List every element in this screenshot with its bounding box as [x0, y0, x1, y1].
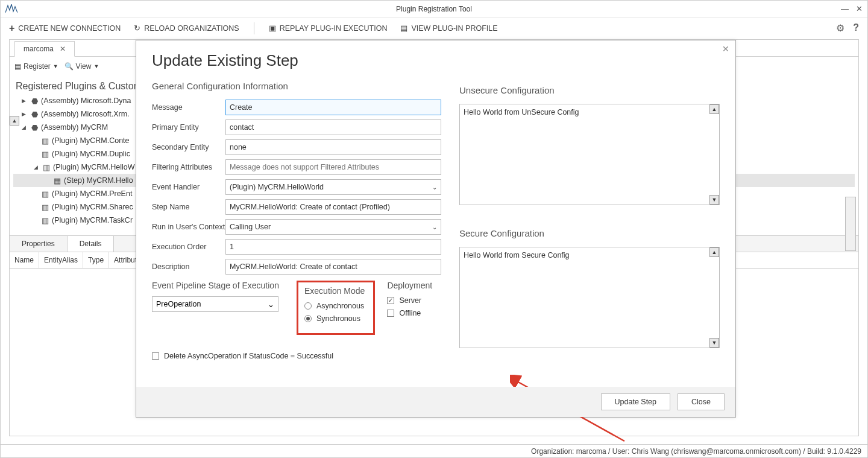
- register-icon: ▤: [14, 62, 21, 71]
- primary-entity-label: Primary Entity: [152, 123, 225, 132]
- replay-execution-button[interactable]: ▣ REPLAY PLUG-IN EXECUTION: [269, 24, 388, 33]
- chevron-down-icon: ⌄: [432, 224, 437, 231]
- radio-icon: [304, 302, 312, 310]
- description-input[interactable]: [225, 259, 441, 275]
- deployment-heading: Deployment: [387, 281, 432, 290]
- update-step-dialog: ✕ Update Existing Step General Configura…: [136, 40, 736, 418]
- reload-organizations-button[interactable]: ↻ RELOAD ORGANIZATIONS: [134, 24, 239, 33]
- radio-selected-icon: [304, 315, 312, 322]
- main-toolbar: + CREATE NEW CONNECTION ↻ RELOAD ORGANIZ…: [1, 17, 867, 39]
- plus-icon: +: [9, 23, 14, 34]
- plugin-icon: ▥: [41, 189, 49, 198]
- tab-properties[interactable]: Properties: [10, 236, 68, 252]
- view-dropdown[interactable]: 🔍 View ▼: [64, 62, 99, 71]
- help-icon[interactable]: ?: [853, 22, 859, 34]
- step-name-input[interactable]: [225, 199, 441, 215]
- message-input[interactable]: [225, 100, 441, 115]
- update-step-button[interactable]: Update Step: [601, 393, 671, 410]
- expanded-icon: ◢: [22, 124, 28, 130]
- unsecure-config-heading: Unsecure Configuration: [459, 85, 720, 95]
- chevron-down-icon: ⌄: [432, 184, 437, 191]
- gear-icon[interactable]: ⚙: [836, 22, 844, 34]
- register-dropdown[interactable]: ▤ Register ▼: [14, 62, 58, 71]
- primary-entity-input[interactable]: [225, 119, 441, 135]
- tab-label: marcoma: [24, 45, 54, 53]
- assembly-icon: ⬣: [30, 123, 39, 132]
- event-handler-select[interactable]: (Plugin) MyCRM.HelloWorld⌄: [225, 179, 441, 195]
- chevron-down-icon: ⌄: [268, 300, 274, 309]
- checkbox-icon: [152, 352, 159, 360]
- secure-config-textarea[interactable]: Hello World from Secure Config ▲ ▼: [459, 247, 720, 348]
- step-name-label: Step Name: [152, 203, 225, 211]
- message-label: Message: [152, 103, 225, 112]
- separator: [254, 22, 254, 34]
- reload-icon: ↻: [134, 24, 140, 33]
- org-tab[interactable]: marcoma ✕: [14, 41, 75, 57]
- col-name[interactable]: Name: [10, 252, 39, 268]
- play-icon: ▣: [269, 24, 276, 33]
- close-button[interactable]: Close: [678, 393, 725, 410]
- assembly-icon: ⬣: [30, 110, 39, 118]
- dialog-close-icon[interactable]: ✕: [722, 44, 729, 54]
- plugin-icon: ▥: [42, 163, 51, 171]
- expanded-icon: ◢: [34, 164, 40, 170]
- filtering-attributes-label: Filtering Attributes: [152, 163, 225, 171]
- tab-details[interactable]: Details: [68, 236, 115, 252]
- plugin-icon: ▥: [41, 150, 49, 158]
- secure-config-heading: Secure Configuration: [459, 228, 720, 238]
- execution-mode-heading: Execution Mode: [304, 286, 365, 296]
- execution-order-input[interactable]: [225, 239, 441, 255]
- sync-radio-row[interactable]: Synchronous: [304, 314, 365, 323]
- step-icon: ▦: [53, 176, 61, 185]
- execution-order-label: Execution Order: [152, 243, 225, 251]
- app-logo-icon: [5, 4, 17, 14]
- tab-close-icon[interactable]: ✕: [60, 45, 66, 53]
- col-entityalias[interactable]: EntityAlias: [39, 252, 83, 268]
- status-text: Organization: marcoma / User: Chris Wang…: [531, 447, 861, 456]
- view-icon: 🔍: [64, 62, 74, 71]
- event-handler-label: Event Handler: [152, 183, 225, 191]
- delete-asyncop-row[interactable]: Delete AsyncOperation if StatusCode = Su…: [152, 352, 441, 360]
- scrollbar[interactable]: [845, 197, 856, 251]
- window-title: Plugin Registration Tool: [396, 5, 472, 13]
- execution-mode-highlight: Execution Mode Asynchronous Synchronous: [297, 281, 375, 335]
- minimize-icon[interactable]: —: [841, 4, 849, 13]
- scroll-up-icon[interactable]: ▲: [709, 104, 719, 114]
- pipeline-stage-heading: Event Pipeline Stage of Execution: [152, 281, 285, 290]
- unsecure-config-textarea[interactable]: Hello World from UnSecure Config ▲ ▼: [459, 104, 720, 205]
- titlebar: Plugin Registration Tool — ✕: [1, 1, 867, 17]
- statusbar: Organization: marcoma / User: Chris Wang…: [1, 444, 867, 457]
- server-checkbox-row[interactable]: ✓Server: [387, 296, 432, 305]
- general-config-heading: General Configuration Information: [152, 81, 441, 91]
- checkbox-icon: [387, 310, 394, 317]
- collapsed-icon: ▶: [22, 98, 28, 104]
- scroll-up-icon[interactable]: ▲: [10, 116, 19, 126]
- dialog-title: Update Existing Step: [152, 51, 441, 70]
- collapsed-icon: ▶: [22, 111, 28, 117]
- create-connection-button[interactable]: + CREATE NEW CONNECTION: [9, 23, 121, 34]
- profile-icon: ▤: [400, 24, 407, 33]
- user-context-label: Run in User's Context: [152, 223, 225, 231]
- dialog-footer: Update Step Close: [136, 387, 735, 417]
- scroll-down-icon[interactable]: ▼: [709, 195, 719, 205]
- col-type[interactable]: Type: [83, 252, 109, 268]
- close-icon[interactable]: ✕: [856, 4, 863, 13]
- secondary-entity-label: Secondary Entity: [152, 143, 225, 151]
- user-context-select[interactable]: Calling User⌄: [225, 219, 441, 235]
- view-profile-button[interactable]: ▤ VIEW PLUG-IN PROFILE: [400, 24, 497, 33]
- description-label: Description: [152, 262, 225, 271]
- chevron-down-icon: ▼: [93, 63, 99, 69]
- pipeline-stage-select[interactable]: PreOperation⌄: [152, 296, 278, 312]
- checkbox-checked-icon: ✓: [387, 297, 394, 304]
- plugin-icon: ▥: [41, 136, 49, 145]
- chevron-down-icon: ▼: [53, 63, 58, 69]
- assembly-icon: ⬣: [30, 97, 39, 105]
- secondary-entity-input[interactable]: [225, 139, 441, 155]
- scroll-up-icon[interactable]: ▲: [709, 247, 719, 257]
- scroll-down-icon[interactable]: ▼: [709, 338, 719, 348]
- async-radio-row[interactable]: Asynchronous: [304, 302, 365, 310]
- filtering-attributes-input: [225, 159, 441, 175]
- offline-checkbox-row[interactable]: Offline: [387, 309, 432, 317]
- plugin-icon: ▥: [41, 216, 49, 224]
- plugin-icon: ▥: [41, 203, 49, 211]
